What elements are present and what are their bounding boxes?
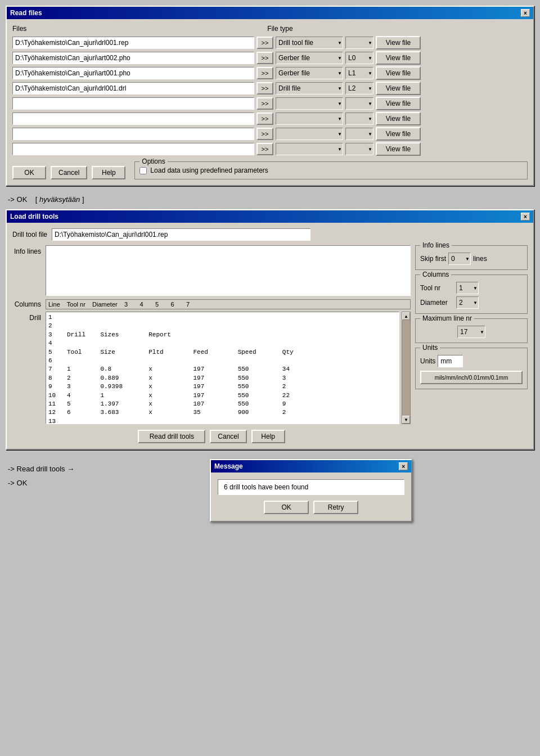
file-type-wrapper-4: Drill tool fileGerber fileDrill file	[276, 97, 343, 110]
instruction-italic: hyväksytään	[39, 195, 80, 204]
file-path-input-2[interactable]	[12, 67, 254, 79]
col-toolnr: Tool nr	[67, 301, 91, 308]
drill-data-line: 4	[48, 339, 397, 348]
layer-select-3[interactable]: L0L1L2L3	[345, 82, 374, 94]
layer-select-6[interactable]: L0L1L2L3	[345, 128, 374, 140]
drill-cancel-button[interactable]: Cancel	[210, 430, 246, 443]
file-type-wrapper-7: Drill tool fileGerber fileDrill file	[276, 143, 343, 155]
file-type-select-2[interactable]: Drill tool fileGerber fileDrill file	[276, 67, 343, 79]
file-path-input-5[interactable]	[12, 112, 254, 125]
diameter-row: Diameter 213	[420, 296, 523, 309]
drill-data-line: 12 6 3.683 x 35 900 2	[48, 408, 397, 417]
col-line: Line	[48, 301, 65, 308]
diameter-label: Diameter	[420, 299, 454, 307]
max-line-select[interactable]: 171520	[457, 326, 485, 338]
view-file-btn-2[interactable]: View file	[376, 66, 421, 80]
file-type-select-0[interactable]: Drill tool fileGerber fileDrill file	[276, 37, 343, 49]
skip-first-select[interactable]: 012	[448, 253, 471, 265]
help-button[interactable]: Help	[92, 166, 125, 179]
drill-data-line: 7 1 0.8 x 197 550 34	[48, 365, 397, 374]
scroll-down-btn[interactable]: ▼	[402, 416, 410, 424]
load-drill-tools-close-button[interactable]: ×	[521, 213, 530, 220]
layer-select-0[interactable]: L0L1L2L3	[345, 37, 374, 49]
file-path-input-6[interactable]	[12, 128, 254, 140]
cancel-button[interactable]: Cancel	[51, 166, 87, 179]
layer-select-1[interactable]: L0L1L2L3	[345, 52, 374, 64]
file-type-select-4[interactable]: Drill tool fileGerber fileDrill file	[276, 97, 343, 110]
predefined-params-checkbox[interactable]	[140, 167, 147, 174]
file-type-select-5[interactable]: Drill tool fileGerber fileDrill file	[276, 112, 343, 125]
file-type-select-3[interactable]: Drill tool fileGerber fileDrill file	[276, 82, 343, 94]
layer-select-4[interactable]: L0L1L2L3	[345, 97, 374, 110]
file-type-section-label: File type	[267, 25, 292, 33]
file-path-input-7[interactable]	[12, 143, 254, 155]
skip-first-select-wrapper: 012	[448, 253, 471, 265]
file-path-input-1[interactable]	[12, 52, 254, 64]
drill-data-line: 11 5 1.397 x 107 550 9	[48, 400, 397, 408]
load-drill-tools-titlebar: Load drill tools ×	[7, 210, 533, 223]
layer-select-2[interactable]: L0L1L2L3	[345, 67, 374, 79]
drill-data-scroll[interactable]: 123 Drill Sizes Report45 Tool Size Pltd …	[46, 312, 399, 424]
tool-nr-select[interactable]: 12	[456, 282, 479, 294]
load-drill-tools-content: Drill tool file D:\Työhakemisto\Can_ajur…	[7, 223, 533, 449]
view-file-btn-4[interactable]: View file	[376, 97, 421, 110]
read-drill-tools-button[interactable]: Read drill tools	[138, 430, 205, 443]
file-path-input-4[interactable]	[12, 97, 254, 110]
diameter-select[interactable]: 213	[456, 296, 479, 309]
drill-bottom-buttons: Read drill tools Cancel Help	[12, 430, 411, 443]
file-arrow-btn-4[interactable]: >>	[256, 97, 273, 110]
layer-wrapper-5: L0L1L2L3	[345, 112, 374, 125]
units-label: Units	[420, 357, 435, 365]
ok-button[interactable]: OK	[12, 166, 46, 179]
file-arrow-btn-7[interactable]: >>	[256, 143, 273, 155]
drill-help-button[interactable]: Help	[251, 430, 285, 443]
file-type-wrapper-3: Drill tool fileGerber fileDrill file	[276, 82, 343, 94]
file-type-select-1[interactable]: Drill tool fileGerber fileDrill file	[276, 52, 343, 64]
file-arrow-btn-6[interactable]: >>	[256, 128, 273, 140]
instruction-2: -> Read drill tools → -> OK	[6, 459, 76, 493]
view-file-btn-6[interactable]: View file	[376, 127, 421, 141]
layer-wrapper-0: L0L1L2L3	[345, 37, 374, 49]
info-lines-textarea[interactable]	[46, 245, 411, 296]
scroll-up-btn[interactable]: ▲	[402, 312, 410, 320]
column-headers: Line Tool nr Diameter 3 4 5 6 7	[46, 299, 411, 309]
view-file-btn-0[interactable]: View file	[376, 36, 421, 50]
view-file-btn-7[interactable]: View file	[376, 142, 421, 156]
view-file-btn-3[interactable]: View file	[376, 82, 421, 95]
max-line-nr-group: Maximum line nr 171520	[415, 318, 528, 343]
scrollbar: ▲ ▼	[402, 312, 411, 424]
read-files-close-button[interactable]: ×	[521, 9, 530, 17]
layer-select-5[interactable]: L0L1L2L3	[345, 112, 374, 125]
file-path-input-3[interactable]	[12, 82, 254, 94]
units-input[interactable]: mm	[438, 355, 463, 367]
file-arrow-btn-2[interactable]: >>	[256, 67, 273, 79]
message-close-button[interactable]: ×	[399, 462, 408, 470]
options-title: Options	[140, 158, 167, 165]
file-arrow-btn-5[interactable]: >>	[256, 112, 273, 125]
drill-tool-file-label: Drill tool file	[12, 231, 47, 238]
load-drill-tools-dialog: Load drill tools × Drill tool file D:\Ty…	[6, 209, 534, 450]
message-title: Message	[214, 462, 243, 470]
file-arrow-btn-1[interactable]: >>	[256, 52, 273, 64]
units-cycle-button[interactable]: mils/mm/inch/0.01mm/0.1mm	[420, 371, 523, 384]
message-ok-button[interactable]: OK	[264, 501, 309, 514]
drill-tool-file-path[interactable]: D:\Työhakemisto\Can_ajuri\drl001.rep	[52, 228, 310, 241]
layer-select-7[interactable]: L0L1L2L3	[345, 143, 374, 155]
bottom-row: OK Cancel Help Options Load data using p…	[12, 161, 528, 179]
info-lines-left-label: Info lines	[12, 245, 43, 296]
read-files-title: Read files	[10, 9, 42, 17]
file-row-7: >>Drill tool fileGerber fileDrill fileL0…	[12, 142, 528, 156]
drill-left-label: Drill	[12, 312, 43, 424]
view-file-btn-1[interactable]: View file	[376, 51, 421, 65]
info-lines-group-title: Info lines	[420, 241, 452, 249]
file-path-input-0[interactable]	[12, 37, 254, 49]
file-arrow-btn-3[interactable]: >>	[256, 82, 273, 94]
file-type-select-6[interactable]: Drill tool fileGerber fileDrill file	[276, 128, 343, 140]
tool-nr-row: Tool nr 12	[420, 282, 523, 294]
message-retry-button[interactable]: Retry	[313, 501, 358, 514]
file-row-3: >>Drill tool fileGerber fileDrill fileL0…	[12, 82, 528, 95]
options-checkbox-row: Load data using predefined parameters	[140, 166, 523, 174]
file-type-select-7[interactable]: Drill tool fileGerber fileDrill file	[276, 143, 343, 155]
file-arrow-btn-0[interactable]: >>	[256, 37, 273, 49]
view-file-btn-5[interactable]: View file	[376, 112, 421, 125]
